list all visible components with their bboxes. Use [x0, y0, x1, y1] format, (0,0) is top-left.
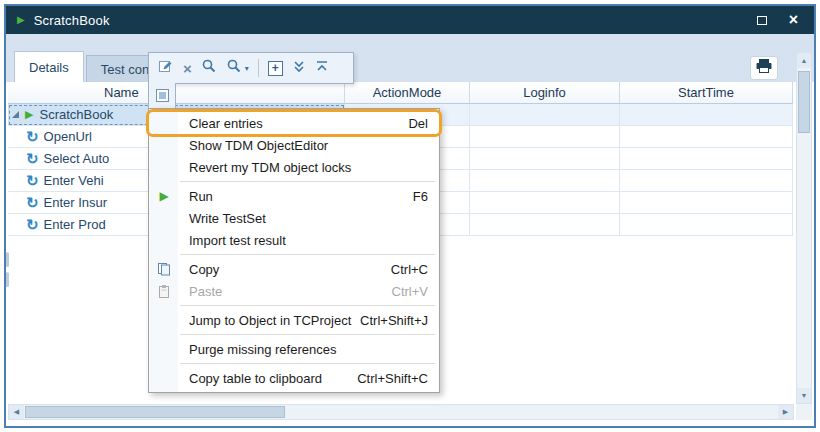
table-cell-empty[interactable]	[620, 192, 793, 214]
play-icon: ▶	[159, 190, 168, 202]
scratchbook-window: ▶ ScratchBook × DetailsTest con NameActi…	[4, 4, 816, 428]
refresh-icon: ↻	[26, 217, 39, 232]
menu-item-copy[interactable]: CopyCtrl+C	[149, 258, 439, 280]
vertical-scrollbar[interactable]: ▲ ▼	[796, 52, 812, 404]
menu-item-shortcut: Ctrl+C	[391, 262, 439, 277]
menu-item-label: Run	[179, 189, 413, 204]
grid-header: NameActionModeLoginfoStartTime	[8, 82, 794, 104]
copy-icon	[149, 262, 179, 276]
refresh-icon: ↻	[26, 173, 39, 188]
maximize-button[interactable]	[757, 16, 767, 25]
table-cell-empty[interactable]	[620, 126, 793, 148]
table-cell-empty[interactable]	[470, 126, 620, 148]
menu-item-label: Paste	[179, 284, 392, 299]
table-cell-empty[interactable]	[620, 104, 793, 126]
menu-item-revert-my-tdm-object-locks[interactable]: Revert my TDM object locks	[149, 156, 439, 178]
menu-item-write-testset[interactable]: Write TestSet	[149, 207, 439, 229]
menu-separator	[180, 334, 435, 335]
column-header-actionmode[interactable]: ActionMode	[345, 82, 470, 104]
column-header-name[interactable]: Name	[8, 82, 345, 104]
refresh-icon: ↻	[26, 195, 39, 210]
delete-icon[interactable]: ×	[183, 61, 192, 76]
print-button[interactable]	[750, 56, 778, 80]
table-cell-empty[interactable]	[620, 214, 793, 236]
menu-item-import-test-result[interactable]: Import test result	[149, 229, 439, 251]
menu-item-shortcut: Ctrl+V	[392, 284, 439, 299]
right-arrow-icon: ▶	[783, 408, 788, 416]
edit-icon[interactable]	[158, 58, 174, 78]
menu-item-purge-missing-references[interactable]: Purge missing references	[149, 338, 439, 360]
refresh-icon: ↻	[26, 129, 39, 144]
column-header-loginfo[interactable]: Loginfo	[470, 82, 620, 104]
table-cell-empty[interactable]	[470, 104, 620, 126]
scroll-down-button[interactable]: ▼	[797, 388, 811, 403]
menu-item-jump-to-object-in-tcproject[interactable]: Jump to Object in TCProjectCtrl+Shift+J	[149, 309, 439, 331]
tab-label: Details	[29, 60, 69, 75]
vertical-scroll-thumb[interactable]	[798, 71, 810, 133]
run-icon: ▶	[149, 190, 179, 202]
menu-separator	[180, 305, 435, 306]
table-cell-empty[interactable]	[470, 148, 620, 170]
menu-separator	[180, 181, 435, 182]
left-arrow-icon: ◀	[14, 408, 19, 416]
row-name-label: Enter Insur	[44, 195, 108, 210]
splitter-handle[interactable]	[6, 252, 9, 267]
table-cell-empty[interactable]	[470, 170, 620, 192]
column-header-label: Name	[104, 85, 139, 100]
table-cell-empty[interactable]	[620, 148, 793, 170]
row-name-label: Enter Vehi	[44, 173, 104, 188]
expand-all-icon[interactable]	[292, 59, 306, 77]
menu-item-label: Copy	[179, 262, 391, 277]
column-header-label: ActionMode	[373, 85, 442, 100]
expander-icon[interactable]	[12, 111, 19, 118]
menu-item-label: Show TDM ObjectEditor	[179, 138, 439, 153]
horizontal-scroll-thumb[interactable]	[25, 406, 285, 418]
menu-item-shortcut: Del	[408, 116, 439, 131]
print-icon	[755, 58, 773, 78]
scroll-right-button[interactable]: ▶	[778, 405, 793, 419]
zoom-icon[interactable]	[201, 58, 217, 78]
menu-item-shortcut: F6	[413, 189, 439, 204]
table-cell-empty[interactable]	[470, 214, 620, 236]
tab-strip-tabs: DetailsTest con	[14, 51, 166, 82]
splitter-handle[interactable]	[6, 272, 9, 287]
menu-item-shortcut: Ctrl+Shift+C	[357, 371, 439, 386]
table-cell-empty[interactable]	[470, 192, 620, 214]
context-menu: Clear entriesDelShow TDM ObjectEditorRev…	[148, 108, 440, 393]
up-arrow-icon: ▲	[801, 57, 808, 64]
menu-item-run[interactable]: ▶RunF6	[149, 185, 439, 207]
chevron-down-icon[interactable]: ▾	[245, 64, 249, 73]
down-arrow-icon: ▼	[801, 392, 808, 399]
window-play-icon: ▶	[17, 15, 25, 25]
column-header-label: StartTime	[678, 85, 734, 100]
scroll-up-button[interactable]: ▲	[797, 53, 811, 68]
menu-separator	[180, 254, 435, 255]
row-name-label: OpenUrl	[44, 129, 92, 144]
window-controls: ×	[757, 12, 798, 28]
close-button[interactable]: ×	[789, 12, 798, 28]
menu-item-copy-table-to-clipboard[interactable]: Copy table to clipboardCtrl+Shift+C	[149, 367, 439, 389]
scroll-left-button[interactable]: ◀	[9, 405, 24, 419]
menu-item-label: Jump to Object in TCProject	[179, 313, 360, 328]
menu-item-label: Import test result	[179, 233, 439, 248]
menu-item-label: Revert my TDM object locks	[179, 160, 439, 175]
menu-item-label: Purge missing references	[179, 342, 439, 357]
tab-details[interactable]: Details	[14, 51, 84, 82]
column-header-starttime[interactable]: StartTime	[620, 82, 793, 104]
play-icon: ▶	[25, 109, 33, 120]
menu-item-shortcut: Ctrl+Shift+J	[360, 313, 439, 328]
menu-item-clear-entries[interactable]: Clear entriesDel	[149, 112, 439, 134]
floating-toolbar-row2	[148, 83, 176, 109]
column-header-label: Loginfo	[523, 85, 566, 100]
titlebar[interactable]: ▶ ScratchBook ×	[6, 6, 814, 34]
menu-item-paste: PasteCtrl+V	[149, 280, 439, 302]
horizontal-scrollbar[interactable]: ◀ ▶	[8, 404, 794, 420]
zoom-dropdown-icon[interactable]	[226, 58, 242, 78]
add-table-icon[interactable]: +	[268, 61, 283, 76]
table-cell-empty[interactable]	[620, 170, 793, 192]
menu-item-show-tdm-objecteditor[interactable]: Show TDM ObjectEditor	[149, 134, 439, 156]
tab-strip: DetailsTest con	[6, 34, 814, 82]
column-select-icon[interactable]	[156, 89, 169, 102]
collapse-all-icon[interactable]	[315, 59, 329, 77]
paste-icon	[149, 284, 179, 298]
